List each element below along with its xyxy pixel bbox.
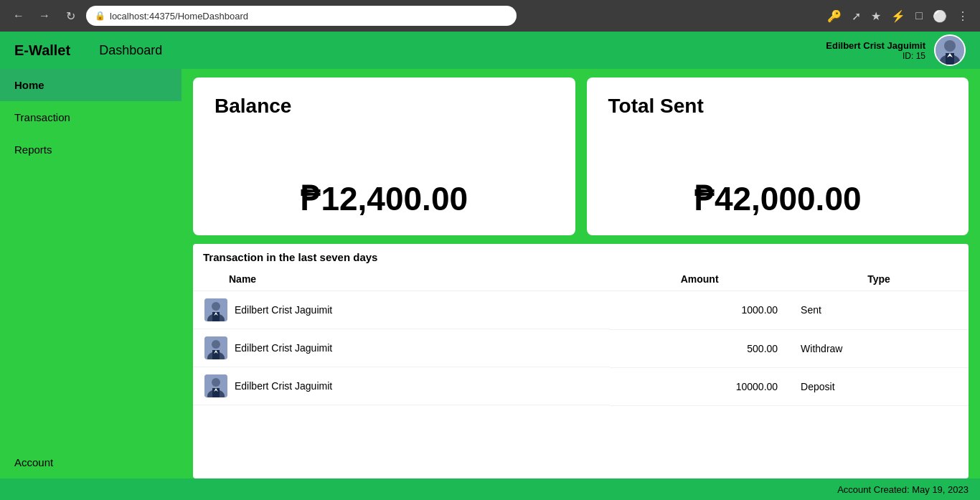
back-button[interactable]: ← bbox=[9, 6, 29, 26]
transaction-name-cell: Edilbert Crist Jaguimit bbox=[193, 291, 610, 329]
star-icon[interactable]: ★ bbox=[868, 6, 884, 26]
sidebar-label-account: Account bbox=[14, 456, 53, 468]
table-header-row: Name Amount Type bbox=[193, 268, 969, 291]
sidebar-label-reports: Reports bbox=[14, 143, 52, 156]
transaction-name-cell: Edilbert Crist Jaguimit bbox=[193, 329, 610, 367]
total-sent-card: Total Sent ₱42,000.00 bbox=[587, 77, 969, 235]
transaction-type: Sent bbox=[789, 291, 969, 330]
profile-icon[interactable]: ⚪ bbox=[930, 6, 950, 26]
browser-right-icons: 🔑 ➚ ★ ⚡ □ ⚪ ⋮ bbox=[824, 6, 971, 26]
reload-button[interactable]: ↻ bbox=[60, 6, 80, 26]
main-content: Balance ₱12,400.00 Total Sent ₱42,000.00… bbox=[182, 69, 980, 478]
person-avatar-icon bbox=[204, 298, 227, 321]
transaction-amount: 10000.00 bbox=[610, 367, 789, 405]
transaction-name-cell: Edilbert Crist Jaguimit bbox=[193, 367, 610, 405]
sidebar-item-reports[interactable]: Reports bbox=[0, 133, 182, 166]
table-row: Edilbert Crist Jaguimit500.00Withdraw bbox=[193, 329, 969, 367]
svg-point-13 bbox=[212, 340, 220, 349]
person-avatar-icon bbox=[204, 336, 227, 359]
footer-text: Account Created: May 19, 2023 bbox=[837, 484, 969, 495]
app-body: Home Transaction Reports Account Balance… bbox=[0, 69, 980, 478]
browser-chrome: ← → ↻ 🔒 localhost:44375/HomeDashboard 🔑 … bbox=[0, 0, 980, 32]
table-row: Edilbert Crist Jaguimit1000.00Sent bbox=[193, 291, 969, 330]
sidebar-label-transaction: Transaction bbox=[14, 111, 70, 123]
sidebar: Home Transaction Reports Account bbox=[0, 69, 182, 478]
app-title: Dashboard bbox=[99, 43, 162, 58]
lock-icon: 🔒 bbox=[95, 11, 105, 21]
address-bar[interactable]: 🔒 localhost:44375/HomeDashboard bbox=[86, 6, 517, 26]
svg-point-19 bbox=[212, 378, 220, 387]
share-icon[interactable]: ➚ bbox=[849, 6, 864, 26]
window-icon[interactable]: □ bbox=[913, 6, 925, 25]
transaction-type: Deposit bbox=[789, 367, 969, 405]
person-avatar-icon bbox=[204, 374, 227, 397]
sidebar-label-home: Home bbox=[14, 79, 44, 91]
sidebar-item-home[interactable]: Home bbox=[0, 69, 182, 101]
transactions-title: Transaction in the last seven days bbox=[193, 244, 969, 268]
avatar bbox=[934, 34, 966, 66]
col-amount: Amount bbox=[610, 268, 789, 291]
transaction-amount: 1000.00 bbox=[610, 291, 789, 330]
transaction-name: Edilbert Crist Jaguimit bbox=[235, 380, 332, 392]
sidebar-item-transaction[interactable]: Transaction bbox=[0, 101, 182, 133]
user-name: Edilbert Crist Jaguimit bbox=[826, 40, 925, 51]
transaction-name: Edilbert Crist Jaguimit bbox=[235, 342, 332, 354]
forward-button[interactable]: → bbox=[34, 6, 55, 26]
app: E-Wallet Dashboard Edilbert Crist Jaguim… bbox=[0, 32, 980, 500]
app-logo: E-Wallet bbox=[14, 42, 70, 59]
app-header: E-Wallet Dashboard Edilbert Crist Jaguim… bbox=[0, 32, 980, 69]
transaction-amount: 500.00 bbox=[610, 329, 789, 367]
col-name: Name bbox=[193, 268, 610, 291]
col-type: Type bbox=[789, 268, 969, 291]
menu-icon[interactable]: ⋮ bbox=[954, 6, 971, 26]
transaction-name: Edilbert Crist Jaguimit bbox=[235, 304, 332, 316]
user-info: Edilbert Crist Jaguimit ID: 15 bbox=[826, 34, 966, 66]
key-icon[interactable]: 🔑 bbox=[824, 6, 844, 26]
svg-point-7 bbox=[212, 302, 220, 311]
user-id: ID: 15 bbox=[826, 51, 925, 61]
balance-card: Balance ₱12,400.00 bbox=[193, 77, 575, 235]
transaction-type: Withdraw bbox=[789, 329, 969, 367]
extensions-icon[interactable]: ⚡ bbox=[888, 6, 908, 26]
balance-card-value: ₱12,400.00 bbox=[215, 158, 554, 218]
balance-card-title: Balance bbox=[215, 95, 554, 118]
url-text: localhost:44375/HomeDashboard bbox=[110, 11, 248, 22]
transactions-section: Transaction in the last seven days Name … bbox=[193, 244, 969, 478]
total-sent-card-value: ₱42,000.00 bbox=[608, 158, 948, 218]
user-details: Edilbert Crist Jaguimit ID: 15 bbox=[826, 40, 925, 61]
total-sent-card-title: Total Sent bbox=[608, 95, 948, 118]
transactions-table: Name Amount Type Edilbert Crist Jaguimit… bbox=[193, 268, 969, 406]
svg-point-1 bbox=[944, 40, 956, 52]
table-row: Edilbert Crist Jaguimit10000.00Deposit bbox=[193, 367, 969, 405]
sidebar-item-account[interactable]: Account bbox=[0, 446, 182, 478]
cards-row: Balance ₱12,400.00 Total Sent ₱42,000.00 bbox=[193, 77, 969, 235]
app-footer: Account Created: May 19, 2023 bbox=[0, 478, 980, 500]
